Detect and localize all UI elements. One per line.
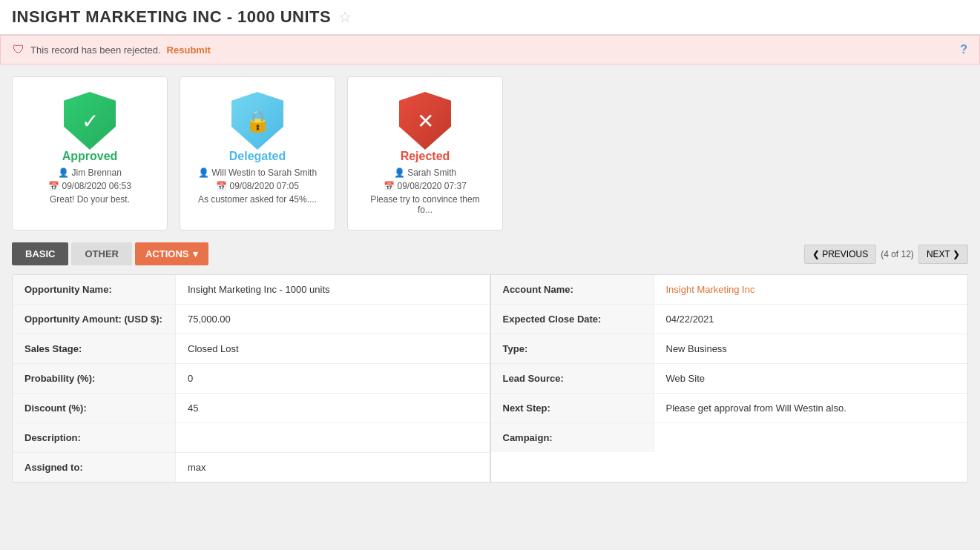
tab-other[interactable]: OTHER [71,242,132,265]
card-note-rejected: Please try to convince them fo... [363,194,487,215]
card-status-delegated: Delegated [195,150,320,163]
form-row-right-3: Lead Source: Web Site [491,364,968,394]
form-row-left-3: Probability (%): 0 [13,364,490,394]
form-value: Web Site [654,364,968,393]
account-name-link[interactable]: Insight Marketing Inc [666,284,755,295]
tabs-left: BASIC OTHER ACTIONS ▾ [12,242,208,265]
form-value [176,423,490,452]
form-label: Lead Source: [491,364,654,393]
approval-card-approved: ✓ Approved 👤 Jim Brennan 📅 09/08/2020 06… [12,76,168,231]
form-value: 04/22/2021 [654,305,968,334]
actions-button[interactable]: ACTIONS ▾ [135,242,209,265]
resubmit-link[interactable]: Resubmit [167,44,211,56]
form-label: Opportunity Name: [13,275,176,304]
form-value: Insight Marketing Inc - 1000 units [176,275,490,304]
form-row-left-6: Assigned to: max [13,453,490,482]
approval-card-rejected: ✕ Rejected 👤 Sarah Smith 📅 09/08/2020 07… [347,76,503,231]
card-date-rejected: 📅 09/08/2020 07:37 [363,181,487,191]
dropdown-arrow-icon: ▾ [193,248,198,259]
form-row-right-0: Account Name: Insight Marketing Inc [491,275,968,305]
previous-button[interactable]: ❮ PREVIOUS [804,245,876,264]
form-value: 0 [176,364,490,393]
form-value: Insight Marketing Inc [654,275,968,304]
tabs-section: BASIC OTHER ACTIONS ▾ ❮ PREVIOUS (4 of 1… [0,242,980,265]
checkmark-icon: ✓ [82,109,99,133]
form-label: Discount (%): [13,394,176,423]
lock-icon: 🔒 [245,109,271,133]
form-row-left-4: Discount (%): 45 [13,394,490,423]
form-value: Closed Lost [176,334,490,363]
help-icon[interactable]: ? [960,43,967,56]
tab-basic[interactable]: BASIC [12,242,68,265]
card-user-delegated: 👤 Will Westin to Sarah Smith [195,168,320,178]
form-right-col: Account Name: Insight Marketing Inc Expe… [490,275,968,482]
form-value [654,423,968,452]
form-label: Opportunity Amount: (USD $): [13,305,176,334]
alert-message: This record has been rejected. [30,44,161,56]
approval-card-delegated: 🔒 Delegated 👤 Will Westin to Sarah Smith… [180,76,335,231]
form-label: Sales Stage: [13,334,176,363]
form-label: Description: [13,423,176,452]
form-row-left-2: Sales Stage: Closed Lost [13,334,490,364]
form-value: 45 [176,394,490,423]
form-row-left-1: Opportunity Amount: (USD $): 75,000.00 [13,305,490,334]
form-label: Probability (%): [13,364,176,393]
page-title: INSIGHT MARKETING INC - 1000 UNITS [12,7,331,27]
shield-delegated: 🔒 [231,92,283,150]
form-label: Assigned to: [13,453,176,482]
page-header: INSIGHT MARKETING INC - 1000 UNITS ☆ [0,0,980,35]
form-value: New Business [654,334,968,363]
form-row-right-5: Campaign: [491,423,968,452]
card-date-approved: 📅 09/08/2020 06:53 [27,181,152,191]
form-value: 75,000.00 [176,305,490,334]
form-row-left-0: Opportunity Name: Insight Marketing Inc … [13,275,490,305]
form-row-left-5: Description: [13,423,490,453]
form-row-right-2: Type: New Business [491,334,968,364]
form-value: Please get approval from Will Westin als… [654,394,968,423]
shield-rejected: ✕ [399,92,451,150]
form-label: Type: [491,334,654,363]
card-status-approved: Approved [27,150,152,163]
form-label: Expected Close Date: [491,305,654,334]
form-row-right-1: Expected Close Date: 04/22/2021 [491,305,968,334]
approval-cards-section: ✓ Approved 👤 Jim Brennan 📅 09/08/2020 06… [0,64,980,242]
pagination-nav: ❮ PREVIOUS (4 of 12) NEXT ❯ [804,245,968,264]
pagination-count: (4 of 12) [881,249,914,259]
alert-icon: 🛡 [13,43,24,56]
form-row-right-4: Next Step: Please get approval from Will… [491,394,968,423]
card-status-rejected: Rejected [363,150,487,163]
favorite-icon[interactable]: ☆ [338,8,352,26]
shield-approved: ✓ [64,92,116,150]
card-user-approved: 👤 Jim Brennan [27,168,152,178]
form-label: Next Step: [491,394,654,423]
card-note-approved: Great! Do your best. [27,194,152,205]
alert-banner: 🛡 This record has been rejected. Resubmi… [0,35,980,64]
next-button[interactable]: NEXT ❯ [918,245,968,264]
form-label: Account Name: [491,275,654,304]
card-user-rejected: 👤 Sarah Smith [363,168,487,178]
form-label: Campaign: [491,423,654,452]
form-value: max [176,453,490,482]
form-columns: Opportunity Name: Insight Marketing Inc … [13,275,967,482]
x-icon: ✕ [417,109,434,133]
card-date-delegated: 📅 09/08/2020 07:05 [195,181,320,191]
form-section: Opportunity Name: Insight Marketing Inc … [12,274,968,483]
form-left-col: Opportunity Name: Insight Marketing Inc … [13,275,490,482]
card-note-delegated: As customer asked for 45%.... [195,194,320,205]
